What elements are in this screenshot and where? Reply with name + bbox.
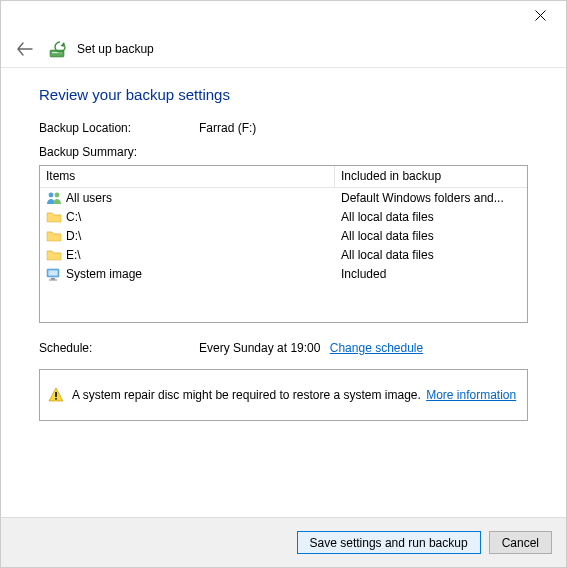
table-header-row: Items Included in backup — [40, 166, 527, 188]
schedule-value: Every Sunday at 19:00 — [199, 341, 320, 355]
cancel-button[interactable]: Cancel — [489, 531, 552, 554]
backup-summary-table: Items Included in backup All usersDefaul… — [39, 165, 528, 323]
cell-included: All local data files — [335, 210, 527, 224]
item-name: C:\ — [66, 210, 81, 224]
table-row[interactable]: All usersDefault Windows folders and... — [40, 188, 527, 207]
backup-page-icon — [49, 40, 67, 58]
table-row[interactable]: C:\All local data files — [40, 207, 527, 226]
svg-point-2 — [49, 192, 54, 197]
cell-items: C:\ — [40, 209, 335, 225]
backup-summary-label: Backup Summary: — [39, 145, 528, 159]
info-text: A system repair disc might be required t… — [72, 388, 421, 402]
svg-point-3 — [55, 192, 60, 197]
schedule-row: Schedule: Every Sunday at 19:00 Change s… — [39, 341, 528, 355]
close-button[interactable] — [520, 3, 560, 27]
cell-items: All users — [40, 190, 335, 206]
svg-rect-9 — [55, 398, 57, 400]
change-schedule-link[interactable]: Change schedule — [330, 341, 423, 355]
cell-items: E:\ — [40, 247, 335, 263]
item-name: E:\ — [66, 248, 81, 262]
more-information-link[interactable]: More information — [426, 388, 516, 402]
schedule-label: Schedule: — [39, 341, 199, 355]
title-bar — [1, 1, 566, 33]
svg-rect-8 — [55, 392, 57, 397]
content: Review your backup settings Backup Locat… — [1, 68, 566, 517]
heading: Review your backup settings — [39, 86, 528, 103]
warning-icon — [48, 387, 64, 403]
table-row[interactable]: System imageIncluded — [40, 264, 527, 283]
footer: Save settings and run backup Cancel — [1, 517, 566, 567]
svg-rect-5 — [49, 270, 58, 275]
folder-icon — [46, 209, 62, 225]
backup-location-value: Farrad (F:) — [199, 121, 256, 135]
back-button[interactable] — [11, 37, 39, 61]
backup-location-row: Backup Location: Farrad (F:) — [39, 121, 528, 135]
info-text-wrap: A system repair disc might be required t… — [72, 388, 516, 402]
backup-location-label: Backup Location: — [39, 121, 199, 135]
back-arrow-icon — [17, 42, 33, 56]
cell-included: Included — [335, 267, 527, 281]
cell-items: D:\ — [40, 228, 335, 244]
users-icon — [46, 190, 62, 206]
folder-icon — [46, 228, 62, 244]
item-name: System image — [66, 267, 142, 281]
page-title: Set up backup — [77, 42, 154, 56]
table-row[interactable]: D:\All local data files — [40, 226, 527, 245]
nav-row: Set up backup — [1, 33, 566, 65]
table-row[interactable]: E:\All local data files — [40, 245, 527, 264]
info-box: A system repair disc might be required t… — [39, 369, 528, 421]
cell-included: Default Windows folders and... — [335, 191, 527, 205]
col-header-included[interactable]: Included in backup — [335, 166, 527, 187]
item-name: D:\ — [66, 229, 81, 243]
item-name: All users — [66, 191, 112, 205]
sysimage-icon — [46, 266, 62, 282]
close-icon — [535, 10, 546, 21]
svg-rect-7 — [49, 279, 57, 280]
cell-included: All local data files — [335, 248, 527, 262]
save-settings-run-backup-button[interactable]: Save settings and run backup — [297, 531, 481, 554]
folder-icon — [46, 247, 62, 263]
col-header-items[interactable]: Items — [40, 166, 335, 187]
cell-included: All local data files — [335, 229, 527, 243]
svg-rect-6 — [51, 278, 55, 280]
cell-items: System image — [40, 266, 335, 282]
